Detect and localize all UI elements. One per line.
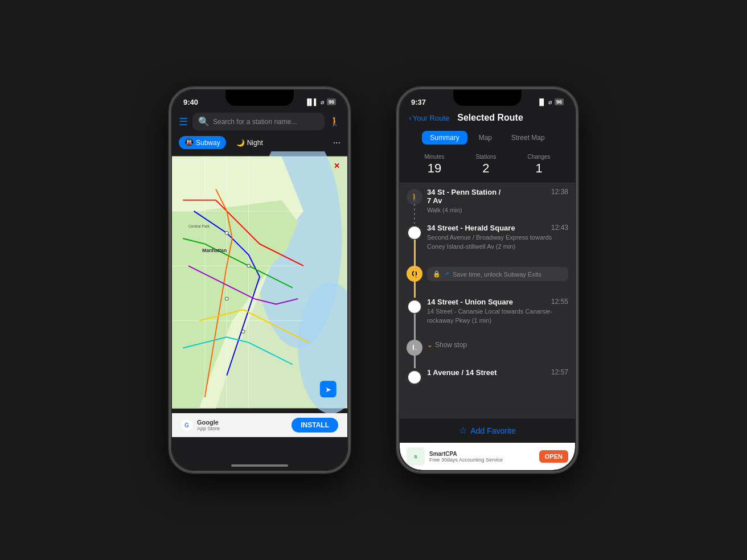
ad-text-block: SmartCPA Free 30days Accounting Service (429, 451, 535, 463)
home-indicator-1 (231, 464, 288, 467)
show-stop-text: Show stop (435, 341, 467, 349)
tab-summary[interactable]: Summary (422, 131, 467, 145)
vol-down-button-2[interactable] (396, 180, 397, 197)
station-name-4: 1 Avenue / 14 Street (427, 368, 497, 377)
stat-minutes: Minutes 19 (424, 154, 444, 176)
ad-open-button[interactable]: OPEN (539, 450, 568, 463)
list-item: L ⌄ Show stop (400, 339, 575, 364)
station-name-3: 14 Street - Union Square (427, 298, 513, 306)
route-content: 🚶 34 St - Penn Station /7 Av 12:38 Walk … (400, 183, 575, 418)
svg-text:Manhattan: Manhattan (202, 248, 227, 253)
station-detail-2: Second Avenue / Broadway Express towards… (427, 233, 568, 251)
station-time-1: 12:38 (551, 188, 568, 196)
list-item: 34 Street - Herald Square 12:43 Second A… (400, 219, 575, 265)
station-detail-3: 14 Street - Canarsie Local towards Canar… (427, 307, 568, 325)
show-stop-row[interactable]: ⌄ Show stop (427, 339, 568, 351)
wifi-icon-2: ⌀ (548, 98, 552, 106)
time-1: 9:40 (183, 98, 198, 106)
subway-icon: 🚇 (184, 138, 194, 147)
store-label: App Store (197, 426, 220, 431)
svg-point-11 (225, 231, 228, 234)
walk-icon[interactable]: 🚶 (329, 116, 340, 127)
map-svg: Manhattan Central Park ➤ ✕ (172, 151, 347, 413)
add-favorite-button[interactable]: Add Favorite (470, 426, 515, 435)
search-placeholder: Search for a station name... (213, 118, 297, 126)
arrow-icon: ↗ (444, 270, 449, 278)
nav-title: Selected Route (457, 113, 523, 123)
night-mode-button[interactable]: 🌙 Night (231, 137, 269, 149)
vol-up-button-2[interactable] (396, 156, 397, 173)
svg-point-12 (247, 264, 251, 267)
ad-logo: S (407, 447, 425, 466)
station-icon-3 (407, 299, 422, 315)
battery-1: 96 (327, 98, 336, 105)
route-info-4: 1 Avenue / 14 Street 12:57 (427, 368, 568, 377)
wifi-icon-1: ⌀ (321, 98, 325, 106)
unlock-banner[interactable]: 🔒 ↗ Save time, unlock Subway Exits (427, 267, 568, 281)
map-container[interactable]: Manhattan Central Park ➤ ✕ (172, 151, 347, 413)
subway-mode-button[interactable]: 🚇 Subway (179, 136, 226, 149)
signal-icon-1: ▐▌▌ (305, 98, 318, 105)
lock-icon: 🔒 (433, 270, 441, 278)
ad-subtitle: Free 30days Accounting Service (429, 457, 535, 463)
svg-point-14 (241, 330, 245, 333)
vol-down-button[interactable] (169, 180, 170, 197)
signal-icon-2: ▐▌ (537, 98, 546, 105)
station-time-2: 12:43 (551, 224, 568, 232)
back-label: Your Route (413, 114, 450, 122)
add-favorite-bar: ☆ Add Favorite (400, 418, 575, 443)
changes-value: 1 (528, 161, 551, 176)
svg-text:➤: ➤ (325, 385, 331, 394)
svg-text:✕: ✕ (334, 162, 340, 170)
scene: 9:40 ▐▌▌ ⌀ 96 ☰ 🔍 Search for a station n… (146, 64, 601, 496)
nav-bar-2: ‹ Your Route Selected Route (400, 110, 575, 127)
moon-icon: 🌙 (236, 139, 245, 147)
status-icons-2: ▐▌ ⌀ 96 (537, 98, 564, 106)
station-name-2: 34 Street - Herald Square (427, 224, 515, 232)
stats-row: Minutes 19 Stations 2 Changes 1 (400, 149, 575, 183)
phone-1: 9:40 ▐▌▌ ⌀ 96 ☰ 🔍 Search for a station n… (169, 87, 351, 473)
route-info-2: 34 Street - Herald Square 12:43 Second A… (427, 224, 568, 251)
vol-up-button[interactable] (169, 156, 170, 173)
time-2: 9:37 (411, 98, 426, 106)
back-button[interactable]: ‹ Your Route (409, 113, 449, 122)
unlock-text: Save time, unlock Subway Exits (453, 271, 541, 278)
night-label: Night (247, 139, 263, 147)
google-logo: G (181, 419, 192, 431)
stations-label: Stations (475, 154, 496, 160)
google-label: Google (197, 419, 220, 426)
more-button[interactable]: ··· (333, 138, 340, 148)
chevron-down-icon: ⌄ (427, 341, 433, 349)
list-item: 1 Avenue / 14 Street 12:57 (400, 364, 575, 390)
changes-label: Changes (528, 154, 551, 160)
station-time-4: 12:57 (551, 368, 568, 376)
list-item: Q 🔒 ↗ Save time, unlock Subway Exits (400, 265, 575, 293)
subway-label: Subway (196, 139, 220, 147)
google-info: Google App Store (197, 419, 220, 431)
station-time-3: 12:55 (551, 298, 568, 306)
home-indicator-2 (459, 464, 516, 467)
tab-street-map[interactable]: Street Map (503, 131, 553, 145)
ad-title: SmartCPA (429, 451, 535, 457)
station-name-1: 34 St - Penn Station /7 Av (427, 188, 500, 205)
station-icon-4 (407, 369, 422, 385)
phone-2: 9:37 ▐▌ ⌀ 96 ‹ Your Route Selected Route (396, 87, 578, 473)
back-chevron-icon: ‹ (409, 113, 412, 122)
search-bar[interactable]: 🔍 Search for a station name... (192, 113, 325, 130)
notch (225, 90, 294, 106)
walk-icon-1: 🚶 (407, 189, 422, 205)
stations-value: 2 (475, 161, 496, 176)
menu-icon[interactable]: ☰ (179, 116, 188, 128)
top-bar-1: ☰ 🔍 Search for a station name... 🚶 (172, 110, 347, 134)
power-button[interactable] (350, 167, 351, 196)
notch-2 (453, 90, 522, 106)
svg-point-13 (225, 297, 228, 300)
mode-bar: 🚇 Subway 🌙 Night ··· (172, 134, 347, 151)
station-detail-1: Walk (4 min) (427, 206, 568, 215)
power-button-2[interactable] (577, 167, 578, 196)
search-icon: 🔍 (198, 116, 210, 127)
tab-map[interactable]: Map (471, 131, 500, 145)
svg-text:Central Park: Central Park (188, 224, 210, 228)
install-button[interactable]: INSTALL (292, 418, 338, 433)
stat-stations: Stations 2 (475, 154, 496, 176)
